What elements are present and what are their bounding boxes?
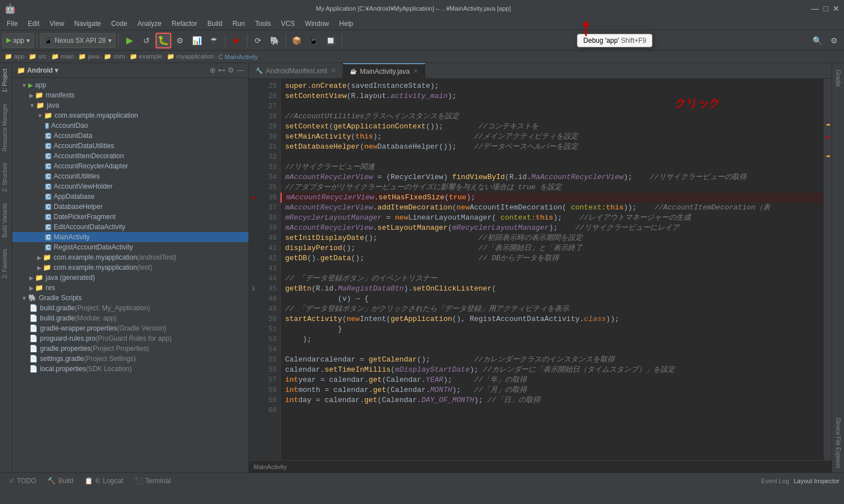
bc-mainactivity[interactable]: C MainActivity bbox=[219, 53, 258, 60]
search-everywhere-button[interactable]: 🔍 bbox=[809, 33, 825, 48]
tree-item-accountutilities[interactable]: C AccountUtilities bbox=[12, 171, 248, 181]
tree-item-app[interactable]: ▼ ▶ app bbox=[12, 80, 248, 90]
close-button[interactable]: ✕ bbox=[833, 4, 839, 13]
tree-item-appdatabase[interactable]: C AppDatabase bbox=[12, 191, 248, 202]
tree-item-mainactivity[interactable]: C MainActivity bbox=[12, 232, 248, 242]
panel-settings-button[interactable]: ⚙ bbox=[228, 66, 234, 74]
profile-button[interactable]: 📊 bbox=[189, 33, 205, 48]
tab-device-file-explorer[interactable]: Device File Explorer bbox=[834, 413, 842, 472]
tree-item-gradle-scripts[interactable]: ▼ 🐘 Gradle Scripts bbox=[12, 293, 248, 303]
tree-item-build-gradle-module[interactable]: 📄 build.gradle (Module: app) bbox=[12, 313, 248, 323]
layout-inspector-link[interactable]: Layout Inspector bbox=[794, 478, 839, 484]
close-panel-button[interactable]: — bbox=[237, 66, 244, 74]
tree-item-gradle-properties[interactable]: 📄 gradle.properties (Project Properties) bbox=[12, 344, 248, 354]
tree-item-databasehelper[interactable]: C DatabaseHelper bbox=[12, 202, 248, 212]
menu-item-window[interactable]: Window bbox=[300, 19, 334, 29]
code-line-55: Calendar calendar = getCalendar(); //カレン… bbox=[281, 355, 824, 365]
bc-main[interactable]: 📁 main bbox=[51, 53, 74, 60]
collapse-all-button[interactable]: ⊕ bbox=[210, 66, 216, 74]
tree-item-registaccountdataactivity[interactable]: C RegistAccountDataActivity bbox=[12, 242, 248, 252]
tab-gradle[interactable]: Gradle bbox=[834, 65, 842, 91]
gutter-breakpoint-line[interactable]: ● bbox=[249, 193, 258, 203]
settings-button[interactable]: ⚙ bbox=[826, 33, 842, 48]
avd-manager-button[interactable]: 📱 bbox=[306, 33, 322, 48]
menu-item-view[interactable]: View bbox=[45, 19, 69, 29]
tab-mainactivity[interactable]: ☕ MainActivity.java ✕ bbox=[343, 63, 425, 79]
menu-item-navigate[interactable]: Navigate bbox=[70, 19, 105, 29]
event-log-link[interactable]: Event Log bbox=[761, 478, 789, 484]
tree-item-manifests[interactable]: ▶ 📁 manifests bbox=[12, 90, 248, 100]
maximize-button[interactable]: □ bbox=[824, 4, 828, 13]
tree-label: AccountUtilities bbox=[54, 172, 100, 180]
device-dropdown[interactable]: 📱 Nexus 5X API 28 ▾ bbox=[40, 33, 116, 48]
menu-item-edit[interactable]: Edit bbox=[23, 19, 44, 29]
tree-item-datepickerfragment[interactable]: C DatePickerFragment bbox=[12, 212, 248, 222]
tree-item-accountdata[interactable]: C AccountData bbox=[12, 131, 248, 141]
rerun-button[interactable]: ↺ bbox=[139, 33, 154, 48]
debug-button[interactable]: 🐛 bbox=[156, 33, 171, 48]
run-button[interactable]: ▶ bbox=[122, 33, 137, 48]
menu-item-refactor[interactable]: Refactor bbox=[167, 19, 202, 29]
attach-debugger-button[interactable]: ⚙ bbox=[172, 33, 188, 48]
coverage-button[interactable]: ☂ bbox=[206, 33, 222, 48]
gutter-line bbox=[249, 274, 258, 284]
bottom-tab-build[interactable]: 🔨 Build bbox=[43, 474, 78, 488]
tab-build-variants[interactable]: Build Variants bbox=[0, 198, 12, 243]
tree-item-proguard[interactable]: 📄 proguard-rules.pro (ProGuard Rules for… bbox=[12, 333, 248, 344]
tree-item-com-example[interactable]: ▼ 📁 com.example.myapplication bbox=[12, 110, 248, 121]
menu-item-code[interactable]: Code bbox=[106, 19, 132, 29]
menu-item-build[interactable]: Build bbox=[203, 19, 227, 29]
bc-src[interactable]: 📁 src bbox=[29, 53, 47, 60]
close-tab-icon[interactable]: ✕ bbox=[331, 67, 336, 74]
tree-item-accountitemdecoration[interactable]: C AccountItemDecoration bbox=[12, 151, 248, 161]
bc-app[interactable]: 📁 app bbox=[5, 53, 24, 60]
tab-structure[interactable]: 2: Structure bbox=[0, 157, 12, 198]
right-scroll-bar[interactable] bbox=[824, 79, 832, 460]
code-line-25: super.onCreate(savedInstanceState); bbox=[281, 81, 824, 91]
tab-androidmanifest[interactable]: 🔧 AndroidManifest.xml ✕ bbox=[249, 63, 343, 79]
bc-com[interactable]: 📁 com bbox=[104, 53, 125, 60]
tree-item-build-gradle-project[interactable]: 📄 build.gradle (Project: My_Application) bbox=[12, 303, 248, 313]
tree-item-gradle-wrapper[interactable]: 📄 gradle-wrapper.properties (Gradle Vers… bbox=[12, 323, 248, 333]
minimize-button[interactable]: — bbox=[811, 4, 819, 13]
code-content[interactable]: super.onCreate(savedInstanceState); setC… bbox=[281, 79, 824, 460]
bc-example[interactable]: 📁 example bbox=[130, 53, 163, 60]
tree-item-accountviewholder[interactable]: C AccountViewHolder bbox=[12, 181, 248, 191]
menu-item-vcs[interactable]: VCS bbox=[277, 19, 300, 29]
close-tab-icon[interactable]: ✕ bbox=[413, 68, 418, 75]
bottom-tab-todo[interactable]: ✓ TODO bbox=[5, 474, 41, 488]
stop-button[interactable]: ■ bbox=[228, 33, 244, 48]
tree-item-com-androidtest[interactable]: ▶ 📁 com.example.myapplication (androidTe… bbox=[12, 252, 248, 262]
tree-item-res[interactable]: ▶ 📁 res bbox=[12, 283, 248, 293]
tree-item-java-generated[interactable]: ▶ 📁 java (generated) bbox=[12, 273, 248, 283]
menu-item-analyze[interactable]: Analyze bbox=[133, 19, 166, 29]
tree-item-settings-gradle[interactable]: 📄 settings.gradle (Project Settings) bbox=[12, 354, 248, 364]
menu-item-run[interactable]: Run bbox=[228, 19, 250, 29]
tree-item-accountrecycleradapter[interactable]: C AccountRecyclerAdapter bbox=[12, 161, 248, 171]
tree-item-editaccountdataactivity[interactable]: C EditAccountDataActivity bbox=[12, 222, 248, 232]
gradle-button[interactable]: 🐘 bbox=[267, 33, 283, 48]
tree-label-extra: (Project Properties) bbox=[91, 345, 149, 353]
tab-project[interactable]: 1: Project bbox=[0, 63, 12, 98]
tree-item-local-properties[interactable]: 📄 local.properties (SDK Location) bbox=[12, 364, 248, 374]
sdk-manager-button[interactable]: 📦 bbox=[289, 33, 305, 48]
menu-item-help[interactable]: Help bbox=[335, 19, 358, 29]
app-dropdown[interactable]: ▶ app ▾ bbox=[2, 33, 34, 48]
tree-item-accountdatautilities[interactable]: C AccountDataUtilities bbox=[12, 141, 248, 151]
layout-inspector-button[interactable]: 🔲 bbox=[323, 33, 339, 48]
window-controls[interactable]: — □ ✕ bbox=[811, 4, 839, 13]
bottom-tab-terminal[interactable]: ⬛ Terminal bbox=[130, 474, 175, 488]
device-label: Nexus 5X API 28 bbox=[55, 37, 106, 44]
tree-item-java[interactable]: ▼ 📁 java bbox=[12, 100, 248, 110]
tree-item-accountdao[interactable]: I AccountDao bbox=[12, 121, 248, 131]
tree-item-com-test[interactable]: ▶ 📁 com.example.myapplication (test) bbox=[12, 262, 248, 273]
sync-button[interactable]: ⟳ bbox=[250, 33, 266, 48]
bottom-tab-logcat[interactable]: 📋 6: Logcat bbox=[80, 474, 127, 488]
bc-java[interactable]: 📁 java bbox=[78, 53, 99, 60]
tab-favorites[interactable]: 2: Favorites bbox=[0, 243, 12, 284]
menu-item-tools[interactable]: Tools bbox=[251, 19, 276, 29]
bc-myapplication[interactable]: 📁 myapplication bbox=[167, 53, 214, 60]
tab-resource-manager[interactable]: Resource Manager bbox=[0, 98, 12, 157]
menu-item-file[interactable]: File bbox=[2, 19, 22, 29]
scroll-from-source-button[interactable]: ⊷ bbox=[218, 66, 225, 74]
